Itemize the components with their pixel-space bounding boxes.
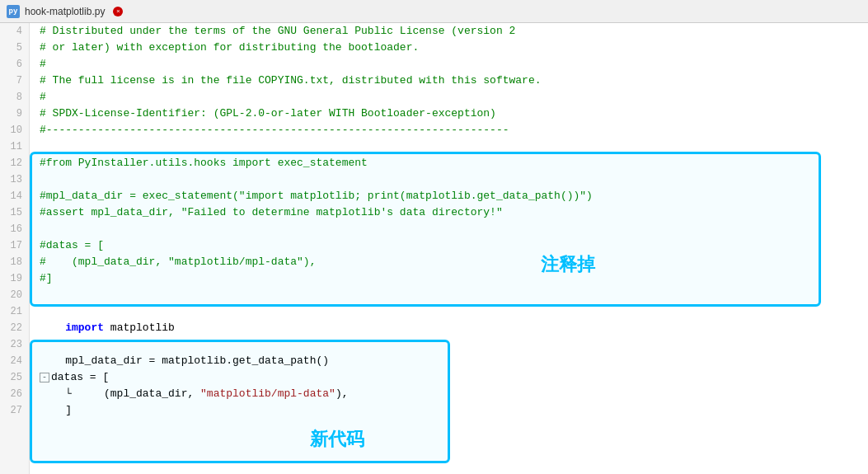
annotation-new-code: 新代码 — [310, 427, 364, 452]
code-line-9: # SPDX-License-Identifier: (GPL-2.0-or-l… — [40, 106, 868, 122]
line-num-13: 13 — [7, 171, 22, 188]
line-num-23: 23 — [7, 336, 22, 353]
code-line-26: └ (mpl_data_dir, "matplotlib/mpl-data"), — [40, 386, 868, 402]
code-line-20 — [40, 287, 868, 303]
line-num-4: 4 — [7, 23, 22, 40]
line-num-15: 15 — [7, 204, 22, 221]
code-line-16 — [40, 221, 868, 237]
code-line-17: #datas = [ — [40, 237, 868, 254]
code-line-14: #mpl_data_dir = exec_statement("import m… — [40, 188, 868, 204]
line-numbers: 4 5 6 7 8 9 10 11 12 13 14 15 16 17 18 1… — [0, 23, 30, 474]
close-button[interactable]: × — [113, 7, 123, 16]
line-num-7: 7 — [7, 73, 22, 89]
code-line-18: # (mpl_data_dir, "matplotlib/mpl-data"), — [40, 254, 868, 270]
file-icon: py — [7, 5, 20, 18]
code-line-13 — [40, 171, 868, 188]
code-wrapper: # Distributed under the terms of the GNU… — [30, 23, 868, 474]
code-line-6: # — [40, 56, 868, 73]
line-num-5: 5 — [7, 40, 22, 56]
line-num-9: 9 — [7, 106, 22, 122]
code-line-4: # Distributed under the terms of the GNU… — [40, 23, 868, 40]
line-num-8: 8 — [7, 89, 22, 106]
code-line-22: import matplotlib — [40, 320, 868, 336]
code-line-27: ] — [40, 402, 868, 419]
code-line-21 — [40, 303, 868, 320]
code-line-23 — [40, 336, 868, 353]
line-num-21: 21 — [7, 303, 22, 320]
title-bar: py hook-matplotlib.py × — [0, 0, 868, 23]
line-num-24: 24 — [7, 353, 22, 369]
line-num-18: 18 — [7, 254, 22, 270]
file-icon-label: py — [9, 7, 18, 16]
code-content[interactable]: # Distributed under the terms of the GNU… — [30, 23, 868, 419]
line-num-25: 25 — [7, 369, 22, 386]
line-num-19: 19 — [7, 270, 22, 287]
line-num-10: 10 — [7, 122, 22, 138]
code-line-11 — [40, 138, 868, 155]
code-line-10: #---------------------------------------… — [40, 122, 868, 138]
string-mpl-data: "matplotlib/mpl-data" — [200, 387, 335, 400]
editor-window: py hook-matplotlib.py × 4 5 6 7 8 9 10 1… — [0, 0, 868, 474]
code-line-19: #] — [40, 270, 868, 287]
line-num-6: 6 — [7, 56, 22, 73]
line-num-27: 27 — [7, 402, 22, 419]
line-num-14: 14 — [7, 188, 22, 204]
code-line-8: # — [40, 89, 868, 106]
title-bar-filename: hook-matplotlib.py — [25, 6, 105, 17]
line-num-20: 20 — [7, 287, 22, 303]
code-line-15: #assert mpl_data_dir, "Failed to determi… — [40, 204, 868, 221]
line-num-16: 16 — [7, 221, 22, 237]
line-num-17: 17 — [7, 237, 22, 254]
keyword-import: import — [65, 321, 104, 334]
code-line-24: mpl_data_dir = matplotlib.get_data_path(… — [40, 353, 868, 369]
line-num-26: 26 — [7, 386, 22, 402]
code-line-7: # The full license is in the file COPYIN… — [40, 73, 868, 89]
code-line-25: -datas = [ — [40, 369, 868, 386]
code-line-12: #from PyInstaller.utils.hooks import exe… — [40, 155, 868, 171]
code-area: 4 5 6 7 8 9 10 11 12 13 14 15 16 17 18 1… — [0, 23, 868, 474]
line-num-12: 12 — [7, 155, 22, 171]
line-num-22: 22 — [7, 320, 22, 336]
line-num-11: 11 — [7, 138, 22, 155]
close-icon: × — [116, 7, 120, 15]
code-line-5: # or later) with exception for distribut… — [40, 40, 868, 56]
fold-icon[interactable]: - — [40, 373, 49, 382]
